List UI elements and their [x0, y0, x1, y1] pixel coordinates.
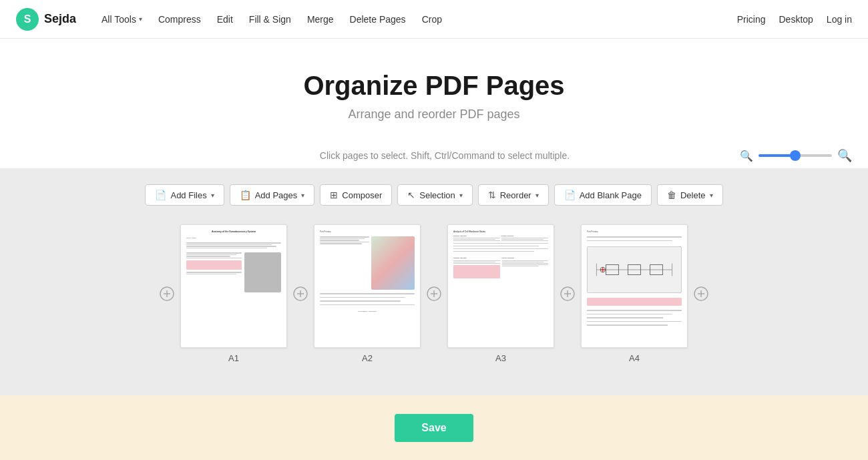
nav-pricing[interactable]: Pricing	[737, 14, 766, 25]
page-card-a2[interactable]: Part Primary	[314, 224, 421, 348]
logo-icon: S	[16, 8, 39, 31]
nav-merge[interactable]: Merge	[300, 10, 341, 29]
page-label-a1: A1	[228, 353, 239, 363]
navbar: S Sejda All Tools ▾ Compress Edit Fill &…	[0, 0, 868, 39]
chevron-down-icon: ▾	[459, 192, 463, 199]
add-between-2-3[interactable]	[421, 280, 447, 307]
add-blank-page-button[interactable]: 📄 Add Blank Page	[554, 184, 652, 206]
page-icon: 📋	[240, 190, 251, 200]
toolbar-row: Click pages to select. Shift, Ctrl/Comma…	[0, 138, 868, 168]
pages-container: Anatomy of the Somatosensory System How …	[13, 224, 855, 363]
page-label-a4: A4	[629, 353, 640, 363]
instruction-text: Click pages to select. Shift, Ctrl/Comma…	[150, 150, 740, 161]
page-item-a1: Anatomy of the Somatosensory System How …	[180, 224, 287, 363]
action-buttons-bar: 📄 Add Files ▾ 📋 Add Pages ▾ ⊞ Composer ↖…	[13, 184, 855, 206]
chevron-down-icon: ▾	[301, 192, 304, 199]
add-after-page-4[interactable]	[688, 280, 714, 307]
selection-button[interactable]: ↖ Selection ▾	[397, 184, 472, 206]
chevron-down-icon: ▾	[535, 192, 539, 199]
nav-right: Pricing Desktop Log in	[737, 14, 852, 25]
zoom-out-icon[interactable]: 🔍	[740, 150, 753, 162]
save-footer: Save	[0, 395, 868, 460]
logo-text: Sejda	[44, 12, 76, 26]
page-label-a2: A2	[362, 353, 373, 363]
nav-all-tools[interactable]: All Tools ▾	[95, 10, 149, 29]
chevron-down-icon: ▾	[710, 192, 713, 199]
blank-icon: 📄	[564, 190, 576, 200]
page-card-a3[interactable]: Analysis of Cell Membrane States Genetic…	[447, 224, 554, 348]
nav-login[interactable]: Log in	[827, 14, 852, 25]
file-icon: 📄	[155, 190, 166, 200]
zoom-control: 🔍 🔍	[740, 148, 852, 163]
work-area: 📄 Add Files ▾ 📋 Add Pages ▾ ⊞ Composer ↖…	[0, 168, 868, 395]
delete-button[interactable]: 🗑 Delete ▾	[657, 184, 723, 206]
page-card-a4[interactable]: Part Primary	[581, 224, 688, 348]
reorder-icon: ⇅	[488, 190, 496, 200]
nav-delete-pages[interactable]: Delete Pages	[343, 10, 413, 29]
nav-fill-sign[interactable]: Fill & Sign	[242, 10, 298, 29]
zoom-slider[interactable]	[758, 154, 832, 157]
hero-section: Organize PDF Pages Arrange and reorder P…	[0, 39, 868, 138]
composer-button[interactable]: ⊞ Composer	[320, 184, 392, 206]
page-label-a3: A3	[495, 353, 506, 363]
save-button[interactable]: Save	[395, 414, 473, 442]
cursor-icon: ↖	[407, 190, 415, 200]
nav-crop[interactable]: Crop	[415, 10, 449, 29]
chevron-down-icon: ▾	[211, 192, 214, 199]
add-before-page-1[interactable]	[154, 280, 180, 307]
page-item-a4: Part Primary	[581, 224, 688, 363]
zoom-in-icon[interactable]: 🔍	[837, 148, 852, 163]
page-title: Organize PDF Pages	[13, 71, 855, 101]
nav-edit[interactable]: Edit	[210, 10, 240, 29]
page-card-a1[interactable]: Anatomy of the Somatosensory System How …	[180, 224, 287, 348]
grid-icon: ⊞	[330, 190, 338, 200]
add-pages-button[interactable]: 📋 Add Pages ▾	[230, 184, 315, 206]
chevron-down-icon: ▾	[139, 15, 142, 23]
reorder-button[interactable]: ⇅ Reorder ▾	[478, 184, 549, 206]
page-subtitle: Arrange and reorder PDF pages	[13, 107, 855, 122]
page-item-a3: Analysis of Cell Membrane States Genetic…	[447, 224, 554, 363]
trash-icon: 🗑	[667, 190, 676, 200]
add-between-3-4[interactable]	[554, 280, 581, 307]
nav-links: All Tools ▾ Compress Edit Fill & Sign Me…	[95, 10, 737, 29]
add-files-button[interactable]: 📄 Add Files ▾	[145, 184, 224, 206]
nav-compress[interactable]: Compress	[152, 10, 208, 29]
logo-link[interactable]: S Sejda	[16, 8, 76, 31]
nav-desktop[interactable]: Desktop	[779, 14, 813, 25]
page-item-a2: Part Primary	[314, 224, 421, 363]
add-between-1-2[interactable]	[287, 280, 314, 307]
